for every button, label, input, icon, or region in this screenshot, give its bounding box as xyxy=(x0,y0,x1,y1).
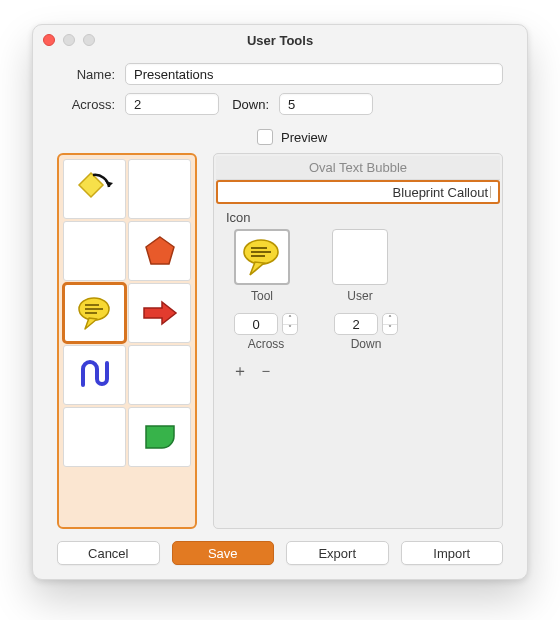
tool-grid xyxy=(63,159,191,467)
button-row: Cancel Save Export Import xyxy=(57,529,503,565)
across-step-up[interactable]: ˄ xyxy=(283,314,297,325)
user-icon-label: User xyxy=(347,289,372,303)
grid-cell[interactable] xyxy=(63,345,126,405)
detail-panel: Oval Text Bubble Blueprint Callout Icon xyxy=(213,153,503,529)
down-step-up[interactable]: ˄ xyxy=(383,314,397,325)
tool-icon-col: Tool xyxy=(234,229,290,303)
rounded-rect-icon xyxy=(142,422,178,452)
squiggle-icon xyxy=(75,355,115,395)
grid-cell[interactable] xyxy=(128,345,191,405)
preview-row: Preview xyxy=(257,129,503,145)
pentagon-icon xyxy=(142,233,178,269)
down-step-buttons: ˄ ˅ xyxy=(382,313,398,335)
grid-cell[interactable] xyxy=(63,407,126,467)
list-item[interactable]: Oval Text Bubble xyxy=(216,156,500,180)
cancel-button[interactable]: Cancel xyxy=(57,541,160,565)
grid-cell[interactable] xyxy=(128,159,191,219)
name-label: Name: xyxy=(57,67,115,82)
down-stepper: 2 ˄ ˅ xyxy=(334,313,398,335)
titlebar: User Tools xyxy=(33,25,527,55)
add-remove-row: ＋ － xyxy=(232,361,490,382)
preview-checkbox[interactable] xyxy=(257,129,273,145)
save-button[interactable]: Save xyxy=(172,541,275,565)
tool-grid-panel xyxy=(57,153,197,529)
preview-label: Preview xyxy=(281,130,327,145)
speech-bubble-icon xyxy=(240,235,284,279)
zoom-icon[interactable] xyxy=(83,34,95,46)
close-icon[interactable] xyxy=(43,34,55,46)
remove-button[interactable]: － xyxy=(258,361,274,382)
icon-section: Icon xyxy=(216,210,500,520)
mid-wrap: Oval Text Bubble Blueprint Callout Icon xyxy=(57,153,503,529)
across-stepper: 0 ˄ ˅ xyxy=(234,313,298,335)
user-icon-col: User xyxy=(332,229,388,303)
coord-row: 0 ˄ ˅ Across 2 xyxy=(234,313,490,351)
across-input[interactable] xyxy=(125,93,219,115)
arrow-right-icon xyxy=(140,298,180,328)
coord-down-label: Down xyxy=(351,337,382,351)
list-item-selected[interactable]: Blueprint Callout xyxy=(216,180,500,204)
coord-across-label: Across xyxy=(248,337,285,351)
tool-icon-box[interactable] xyxy=(234,229,290,285)
name-row: Name: xyxy=(57,63,503,85)
grid-cell[interactable] xyxy=(128,407,191,467)
dims-row: Across: Down: xyxy=(57,93,503,115)
user-tools-window: User Tools Name: Across: Down: Preview xyxy=(32,24,528,580)
svg-marker-1 xyxy=(105,181,113,187)
down-input[interactable] xyxy=(279,93,373,115)
import-button[interactable]: Import xyxy=(401,541,504,565)
grid-cell-selected[interactable] xyxy=(63,283,126,343)
add-button[interactable]: ＋ xyxy=(232,361,248,382)
tool-icon-label: Tool xyxy=(251,289,273,303)
across-col: 0 ˄ ˅ Across xyxy=(234,313,298,351)
grid-cell[interactable] xyxy=(128,283,191,343)
export-button[interactable]: Export xyxy=(286,541,389,565)
name-input[interactable] xyxy=(125,63,503,85)
across-value[interactable]: 0 xyxy=(234,313,278,335)
down-label: Down: xyxy=(229,97,269,112)
grid-cell[interactable] xyxy=(63,221,126,281)
diamond-arrow-icon xyxy=(75,169,115,209)
across-step-down[interactable]: ˅ xyxy=(283,325,297,335)
speech-bubble-icon xyxy=(75,293,115,333)
grid-cell[interactable] xyxy=(63,159,126,219)
svg-marker-7 xyxy=(144,302,176,324)
grid-cell[interactable] xyxy=(128,221,191,281)
down-col: 2 ˄ ˅ Down xyxy=(334,313,398,351)
window-controls xyxy=(43,34,95,46)
across-step-buttons: ˄ ˅ xyxy=(282,313,298,335)
user-icon-box[interactable] xyxy=(332,229,388,285)
across-label: Across: xyxy=(57,97,115,112)
window-title: User Tools xyxy=(33,33,527,48)
svg-marker-2 xyxy=(146,237,174,264)
icon-row: Tool User xyxy=(234,229,490,303)
icon-heading: Icon xyxy=(226,210,490,225)
down-step-down[interactable]: ˅ xyxy=(383,325,397,335)
down-value[interactable]: 2 xyxy=(334,313,378,335)
content-area: Name: Across: Down: Preview xyxy=(33,55,527,579)
minimize-icon[interactable] xyxy=(63,34,75,46)
